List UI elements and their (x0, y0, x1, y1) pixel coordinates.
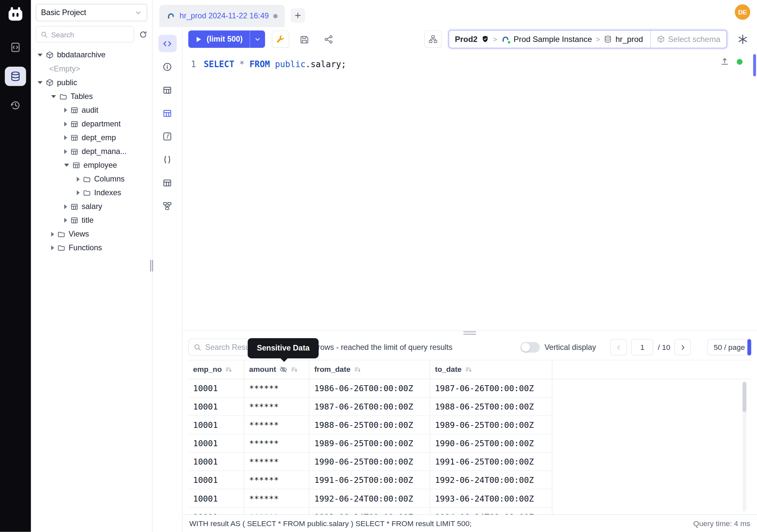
sort-icon[interactable] (291, 366, 298, 373)
run-query-button[interactable]: (limit 500) (188, 30, 265, 48)
next-page-button[interactable] (675, 339, 691, 356)
tree-item-public[interactable]: public (31, 76, 152, 89)
tree-item-title[interactable]: title (31, 214, 152, 227)
column-header-to-date[interactable]: to_date (430, 361, 552, 379)
table-row[interactable]: 10001******1991-06-25T00:00:00Z1992-06-2… (188, 471, 552, 489)
tree-item-dept-emp[interactable]: dept_emp (31, 131, 152, 145)
sql-editor-mode-button[interactable] (158, 35, 176, 52)
app-root: Basic Project bbdataarchive <Empty> publ… (0, 0, 757, 532)
tree-item-tables[interactable]: Tables (31, 90, 152, 104)
sort-icon[interactable] (465, 366, 472, 373)
run-options-dropdown[interactable] (250, 30, 265, 48)
tree-item-label: <Empty> (49, 65, 80, 73)
table-scrollbar-thumb[interactable] (742, 382, 746, 412)
panel-splitter[interactable] (182, 330, 757, 335)
table-row[interactable]: 10001******1993-06-24T00:00:00Z1994-06-2… (188, 508, 552, 515)
result-limit-note: rows - reached the limit of query result… (318, 343, 452, 352)
caret-right-icon[interactable] (64, 218, 67, 223)
app-rail (0, 0, 31, 532)
editor-overview-scrollbar[interactable] (753, 54, 756, 76)
databases-nav-button[interactable] (5, 67, 26, 86)
caret-right-icon[interactable] (51, 232, 54, 236)
history-nav-button[interactable] (5, 96, 26, 115)
connection-breadcrumb[interactable]: Prod2 > Prod Sample Instance > hr_prod S… (449, 30, 727, 48)
plus-icon (294, 12, 302, 19)
schema-diagram-button[interactable] (158, 197, 176, 215)
parentheses-icon (163, 155, 172, 164)
sql-editor[interactable]: 1 SELECT * FROM public.salary; (182, 51, 757, 330)
column-label: from_date (314, 365, 350, 374)
table-row[interactable]: 10001******1988-06-25T00:00:00Z1989-06-2… (188, 416, 552, 434)
tree-item-employee[interactable]: employee (31, 159, 152, 172)
procedures-panel-button[interactable] (158, 151, 176, 168)
caret-right-icon[interactable] (64, 108, 67, 113)
project-select[interactable]: Basic Project (36, 4, 147, 21)
caret-right-icon[interactable] (64, 204, 67, 209)
tree-item-salary[interactable]: salary (31, 200, 152, 214)
column-header-amount[interactable]: amount (244, 361, 309, 379)
table-row[interactable]: 10001******1987-06-26T00:00:00Z1988-06-2… (188, 398, 552, 416)
caret-down-icon[interactable] (38, 81, 43, 84)
wrench-icon (276, 35, 285, 44)
worksheets-nav-button[interactable] (5, 38, 26, 57)
refresh-button[interactable] (139, 30, 147, 38)
table-row[interactable]: 10001******1986-06-26T00:00:00Z1987-06-2… (188, 379, 552, 398)
functions-panel-button[interactable] (158, 127, 176, 145)
tree-item-columns[interactable]: Columns (31, 172, 152, 186)
caret-right-icon[interactable] (64, 121, 67, 126)
prev-page-button[interactable] (610, 339, 627, 356)
format-sql-button[interactable] (272, 30, 289, 48)
sort-icon[interactable] (225, 366, 232, 373)
caret-down-icon[interactable] (64, 164, 69, 167)
info-button[interactable] (158, 58, 176, 75)
sidebar-search-input-wrap (36, 26, 134, 43)
sidebar-resize-handle[interactable] (150, 260, 154, 271)
caret-down-icon[interactable] (51, 95, 56, 98)
ai-asterisk-icon (737, 34, 747, 44)
external-tables-button[interactable] (158, 174, 176, 191)
table-row[interactable]: 10001******1992-06-24T00:00:00Z1993-06-2… (188, 489, 552, 508)
tree-item-audit[interactable]: audit (31, 104, 152, 117)
caret-right-icon[interactable] (64, 135, 67, 140)
tree-item-department[interactable]: department (31, 117, 152, 131)
select-schema-button[interactable]: Select schema (650, 30, 727, 48)
bytebase-logo-icon[interactable] (5, 4, 26, 25)
caret-right-icon[interactable] (76, 176, 79, 181)
column-header-from-date[interactable]: from_date (309, 361, 430, 379)
tree-item-views[interactable]: Views (31, 227, 152, 241)
sensitive-tables-button[interactable] (158, 104, 176, 121)
connection-panel-button[interactable] (424, 30, 442, 48)
table-icon (72, 162, 80, 169)
current-page-box[interactable]: 1 (631, 339, 653, 356)
tree-item-functions[interactable]: Functions (31, 241, 152, 255)
table-row[interactable]: 10001******1989-06-25T00:00:00Z1990-06-2… (188, 434, 552, 453)
table-row[interactable]: 10001******1990-06-25T00:00:00Z1991-06-2… (188, 453, 552, 471)
database-icon (604, 35, 612, 43)
executed-sql-text: WITH result AS ( SELECT * FROM public.sa… (189, 519, 471, 528)
tab-hr-prod[interactable]: hr_prod 2024-11-22 16:49 (160, 5, 285, 27)
page-size-select[interactable]: 50 / page (708, 339, 751, 356)
ai-assistant-button[interactable] (734, 30, 751, 48)
cell: 10001 (188, 434, 244, 453)
caret-right-icon[interactable] (76, 190, 79, 195)
tables-panel-button[interactable] (158, 81, 176, 99)
cell: 1986-06-26T00:00:00Z (309, 379, 430, 397)
vertical-display-toggle[interactable] (520, 342, 540, 353)
sort-icon[interactable] (354, 366, 361, 373)
play-icon (195, 35, 202, 43)
column-header-emp-no[interactable]: emp_no (188, 361, 244, 379)
caret-right-icon[interactable] (64, 149, 67, 154)
panel-expand-handle[interactable] (747, 339, 751, 356)
save-sheet-button[interactable] (296, 30, 313, 48)
tree-item-indexes[interactable]: Indexes (31, 186, 152, 200)
sidebar-search-input[interactable] (51, 30, 129, 38)
caret-right-icon[interactable] (51, 245, 54, 250)
tree-item-dept-manager[interactable]: dept_mana... (31, 145, 152, 159)
tree-item-bbdataarchive[interactable]: bbdataarchive (31, 48, 152, 62)
new-tab-button[interactable] (290, 8, 305, 23)
caret-down-icon[interactable] (38, 54, 43, 57)
share-sheet-button[interactable] (320, 30, 337, 48)
eye-off-icon[interactable] (280, 366, 288, 374)
upload-sheet-icon[interactable] (720, 57, 729, 66)
avatar[interactable]: DE (735, 4, 750, 20)
